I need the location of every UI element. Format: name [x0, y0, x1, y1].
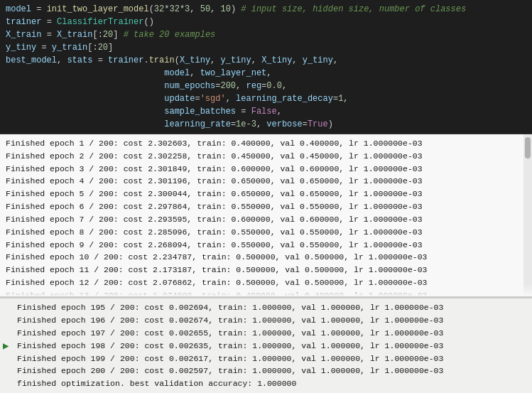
output-line: Finished epoch 11 / 200: cost 2.173187, … [6, 264, 526, 276]
output-line: Finished epoch 4 / 200: cost 2.301196, t… [6, 175, 526, 188]
output-top-lines: Finished epoch 1 / 200: cost 2.302603, t… [6, 137, 526, 298]
output-line: Finished epoch 1 / 200: cost 2.302603, t… [6, 137, 526, 150]
code-line-5a: best_model, stats = trainer.train(X_tiny… [6, 54, 526, 67]
output-bottom-line: Finished epoch 195 / 200: cost 0.002694,… [17, 301, 526, 314]
output-line: Finished epoch 12 / 200: cost 2.076862, … [6, 276, 526, 289]
output-line: Finished epoch 8 / 200: cost 2.285096, t… [6, 226, 526, 239]
output-bottom-line: Finished epoch 196 / 200: cost 0.002674,… [17, 314, 526, 327]
output-bottom-line: Finished epoch 197 / 200: cost 0.002655,… [17, 327, 526, 340]
code-line-5b: model, two_layer_net, [6, 67, 526, 80]
code-line-5c: num_epochs=200, reg=0.0, [6, 80, 526, 92]
output-bottom-line: finished optimization. best validation a… [17, 377, 526, 390]
output-line: Finished epoch 7 / 200: cost 2.293595, t… [6, 213, 526, 226]
scrollbar[interactable] [523, 134, 532, 296]
output-bottom-lines: Finished epoch 195 / 200: cost 0.002694,… [17, 301, 526, 390]
output-line: Finished epoch 2 / 200: cost 2.302258, t… [6, 150, 526, 163]
output-line: Finished epoch 3 / 200: cost 2.301849, t… [6, 163, 526, 176]
code-line-5e: sample_batches = False, [6, 105, 526, 118]
output-line: Finished epoch 9 / 200: cost 2.268094, t… [6, 239, 526, 252]
output-line: Finished epoch 6 / 200: cost 2.297864, t… [6, 200, 526, 213]
output-line: Finished epoch 13 / 200: cost 1.974090, … [6, 289, 526, 298]
output-bottom-line: Finished epoch 199 / 200: cost 0.002617,… [17, 352, 526, 365]
output-top-section[interactable]: Finished epoch 1 / 200: cost 2.302603, t… [0, 134, 532, 298]
output-line: Finished epoch 10 / 200: cost 2.234787, … [6, 251, 526, 264]
code-editor: model = init_two_layer_model(32*32*3, 50… [0, 0, 532, 134]
code-line-4: y_tiny = y_train[:20] [6, 41, 526, 54]
code-line-2: trainer = ClassifierTrainer() [6, 16, 526, 28]
arrow-indicator: ▶ [3, 341, 9, 351]
output-bottom-line: Finished epoch 198 / 200: cost 0.002635,… [17, 340, 526, 352]
code-line-1: model = init_two_layer_model(32*32*3, 50… [6, 3, 526, 16]
scrollbar-thumb[interactable] [525, 137, 531, 158]
output-line: Finished epoch 5 / 200: cost 2.300044, t… [6, 188, 526, 200]
output-bottom-line: Finished epoch 200 / 200: cost 0.002597,… [17, 365, 526, 377]
output-bottom-section: ▶ Finished epoch 195 / 200: cost 0.00269… [0, 298, 532, 393]
code-line-5f: learning_rate=1e-3, verbose=True) [6, 118, 526, 131]
code-line-3: X_train = X_train[:20] # take 20 example… [6, 28, 526, 41]
code-line-5d: update='sgd', learning_rate_decay=1, [6, 92, 526, 105]
